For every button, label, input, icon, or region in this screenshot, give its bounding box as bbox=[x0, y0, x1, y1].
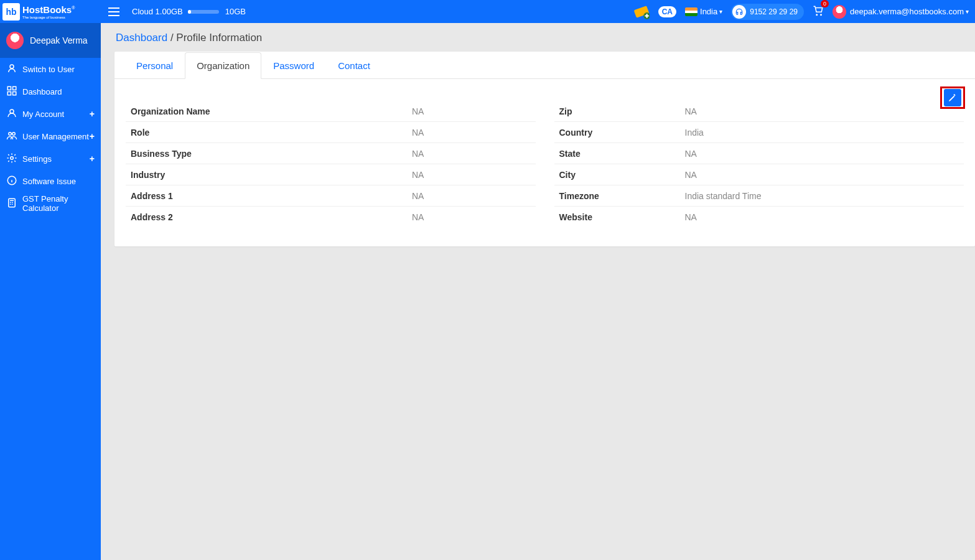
sidebar-item-switch-to-user[interactable]: Switch to User bbox=[0, 58, 101, 80]
sidebar-item-label: Software Issue bbox=[22, 177, 76, 186]
breadcrumb-page: Profile Information bbox=[176, 32, 262, 44]
sidebar-item-settings[interactable]: Settings+ bbox=[0, 147, 101, 170]
pencil-icon bbox=[948, 93, 958, 103]
sidebar-item-label: My Account bbox=[22, 110, 64, 119]
plus-icon: + bbox=[90, 154, 95, 164]
field-value: NA bbox=[685, 149, 697, 159]
svg-point-7 bbox=[9, 132, 12, 135]
user-menu[interactable]: deepak.verma@hostbooks.com ▾ bbox=[833, 5, 969, 19]
svg-point-6 bbox=[10, 110, 14, 113]
field-value: NA bbox=[685, 106, 697, 116]
field-label: State bbox=[554, 149, 685, 159]
chevron-down-icon: ▾ bbox=[966, 8, 969, 15]
top-header: hb HostBooks® The language of business C… bbox=[0, 0, 975, 23]
field-row: RoleNA bbox=[126, 122, 536, 143]
field-label: Zip bbox=[554, 106, 685, 116]
org-left-column: Organization NameNARoleNABusiness TypeNA… bbox=[126, 101, 536, 228]
field-label: Role bbox=[126, 128, 412, 138]
plus-icon: + bbox=[90, 131, 95, 141]
field-label: Address 2 bbox=[126, 212, 412, 222]
flag-icon bbox=[685, 7, 697, 16]
sidebar-item-label: GST Penalty Calculator bbox=[22, 194, 95, 213]
field-value: India standard Time bbox=[685, 191, 762, 201]
tab-contact[interactable]: Contact bbox=[326, 52, 382, 79]
user-email: deepak.verma@hostbooks.com bbox=[850, 7, 964, 16]
svg-rect-3 bbox=[13, 86, 16, 90]
field-value: NA bbox=[412, 128, 424, 138]
plus-icon: + bbox=[90, 109, 95, 119]
field-label: Address 1 bbox=[126, 191, 412, 201]
svg-point-9 bbox=[11, 156, 14, 159]
cart-button[interactable]: 0 bbox=[813, 5, 824, 19]
org-right-column: ZipNACountryIndiaStateNACityNATimezoneIn… bbox=[554, 101, 964, 228]
field-value: NA bbox=[412, 149, 424, 159]
field-row: CountryIndia bbox=[554, 122, 964, 143]
field-label: Organization Name bbox=[126, 106, 412, 116]
chevron-down-icon: ▾ bbox=[719, 8, 722, 15]
svg-rect-4 bbox=[7, 91, 11, 95]
menu-toggle-icon[interactable] bbox=[108, 4, 123, 19]
headset-icon bbox=[732, 5, 746, 19]
brand-mark: hb bbox=[2, 3, 20, 21]
avatar-icon bbox=[6, 32, 24, 49]
tab-panel-organization: Organization NameNARoleNABusiness TypeNA… bbox=[114, 79, 975, 246]
field-label: Business Type bbox=[126, 149, 412, 159]
sidebar-item-label: User Management bbox=[22, 132, 89, 141]
field-row: StateNA bbox=[554, 143, 964, 164]
sidebar-user[interactable]: Deepak Verma bbox=[0, 23, 101, 58]
main-content: Dashboard / Profile Information Personal… bbox=[101, 23, 975, 560]
field-value: India bbox=[685, 128, 704, 138]
ticket-icon[interactable] bbox=[633, 4, 650, 20]
field-row: TimezoneIndia standard Time bbox=[554, 185, 964, 207]
edit-button[interactable] bbox=[944, 89, 961, 106]
gear-icon bbox=[6, 152, 17, 166]
svg-rect-5 bbox=[13, 91, 16, 95]
avatar-icon bbox=[833, 5, 846, 19]
field-value: NA bbox=[412, 191, 424, 201]
field-value: NA bbox=[685, 212, 697, 222]
cloud-used-label: Cloud 1.00GB bbox=[132, 7, 183, 16]
field-row: Organization NameNA bbox=[126, 101, 536, 122]
dashboard-icon bbox=[6, 85, 17, 98]
ca-badge[interactable]: CA bbox=[658, 6, 676, 17]
tab-personal[interactable]: Personal bbox=[124, 52, 185, 79]
field-label: City bbox=[554, 170, 685, 180]
tab-bar: PersonalOrganizationPasswordContact bbox=[114, 52, 975, 79]
account-icon bbox=[6, 108, 17, 121]
country-selector[interactable]: India ▾ bbox=[685, 7, 722, 16]
info-icon bbox=[6, 175, 17, 188]
field-row: CityNA bbox=[554, 164, 964, 185]
header-right: CA India ▾ 9152 29 29 29 0 deepak.verma@… bbox=[633, 4, 975, 20]
field-value: NA bbox=[412, 106, 424, 116]
field-value: NA bbox=[412, 212, 424, 222]
profile-card: PersonalOrganizationPasswordContact Orga… bbox=[114, 52, 975, 246]
tab-password[interactable]: Password bbox=[261, 52, 326, 79]
field-value: NA bbox=[685, 170, 697, 180]
field-row: Business TypeNA bbox=[126, 143, 536, 164]
sidebar-item-gst-penalty-calculator[interactable]: GST Penalty Calculator bbox=[0, 192, 101, 215]
breadcrumb-root[interactable]: Dashboard bbox=[116, 32, 167, 44]
field-row: Address 2NA bbox=[126, 207, 536, 228]
sidebar-item-label: Switch to User bbox=[22, 65, 75, 74]
brand-name: HostBooks bbox=[22, 4, 72, 15]
cloud-total-label: 10GB bbox=[225, 7, 246, 16]
sidebar-item-dashboard[interactable]: Dashboard bbox=[0, 80, 101, 103]
phone-number: 9152 29 29 29 bbox=[750, 7, 798, 16]
brand-logo[interactable]: hb HostBooks® The language of business bbox=[0, 0, 101, 23]
field-label: Country bbox=[554, 128, 685, 138]
user-icon bbox=[6, 63, 17, 76]
sidebar-item-label: Settings bbox=[22, 154, 52, 164]
svg-point-8 bbox=[12, 132, 16, 135]
support-phone[interactable]: 9152 29 29 29 bbox=[731, 4, 804, 20]
tab-organization[interactable]: Organization bbox=[185, 52, 261, 79]
sidebar-user-name: Deepak Verma bbox=[30, 35, 88, 45]
sidebar-item-software-issue[interactable]: Software Issue bbox=[0, 170, 101, 192]
country-label: India bbox=[700, 7, 717, 16]
sidebar-item-user-management[interactable]: User Management+ bbox=[0, 125, 101, 147]
field-row: IndustryNA bbox=[126, 164, 536, 185]
sidebar-item-my-account[interactable]: My Account+ bbox=[0, 103, 101, 125]
field-row: ZipNA bbox=[554, 101, 964, 122]
sidebar-item-label: Dashboard bbox=[22, 87, 62, 96]
svg-rect-2 bbox=[7, 86, 11, 90]
cloud-usage-bar bbox=[188, 10, 219, 14]
